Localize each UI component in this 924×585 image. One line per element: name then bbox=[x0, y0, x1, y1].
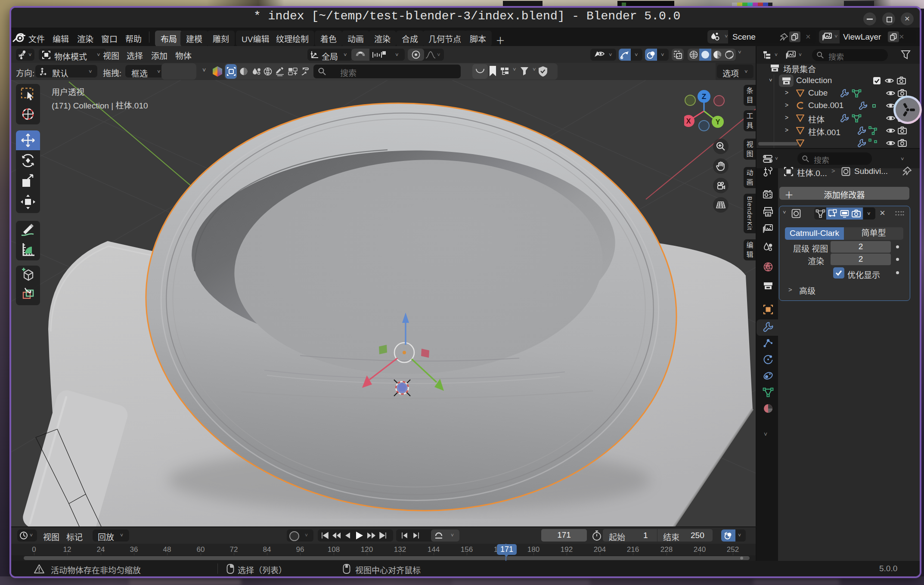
svg-text:Z: Z bbox=[702, 93, 706, 101]
svg-text:X: X bbox=[686, 118, 691, 125]
svg-text:Y: Y bbox=[716, 118, 720, 126]
